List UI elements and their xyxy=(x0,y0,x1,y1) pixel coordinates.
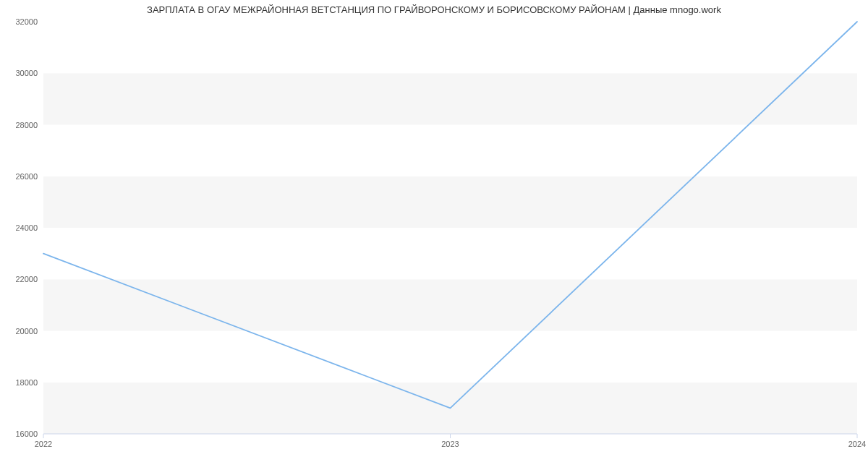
y-tick-label: 28000 xyxy=(15,121,38,129)
grid-band xyxy=(43,73,857,124)
y-tick-label: 16000 xyxy=(15,430,38,438)
grid-band xyxy=(43,279,857,330)
y-tick-label: 32000 xyxy=(15,17,38,26)
x-tick-label: 2023 xyxy=(441,440,459,448)
x-tick-label: 2022 xyxy=(35,440,52,448)
line-chart: ЗАРПЛАТА В ОГАУ МЕЖРАЙОННАЯ ВЕТСТАНЦИЯ П… xyxy=(0,0,868,470)
y-tick-label: 20000 xyxy=(15,327,38,336)
y-tick-label: 26000 xyxy=(15,172,38,181)
y-tick-label: 24000 xyxy=(15,223,38,232)
x-tick-label: 2024 xyxy=(848,440,866,448)
grid-band xyxy=(43,228,857,279)
y-tick-label: 18000 xyxy=(15,378,38,387)
grid-band xyxy=(43,331,857,383)
y-tick-label: 30000 xyxy=(15,69,38,77)
grid-band xyxy=(43,22,857,73)
grid-band xyxy=(43,176,857,228)
y-tick-label: 22000 xyxy=(15,275,38,283)
grid-band xyxy=(43,125,857,176)
chart-svg: 1600018000200002200024000260002800030000… xyxy=(0,0,868,470)
